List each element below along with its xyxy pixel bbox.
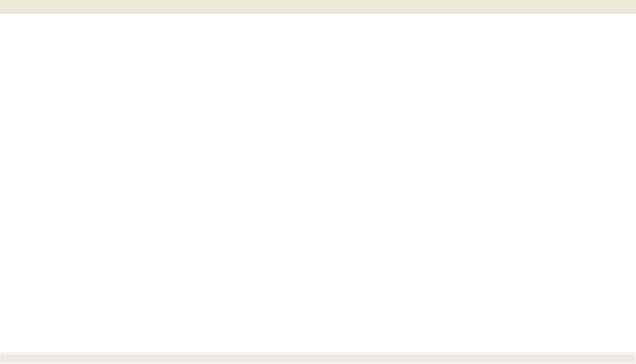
statusbar-strip xyxy=(0,352,636,364)
plot-canvas[interactable] xyxy=(0,15,636,352)
gnuplot-window xyxy=(0,0,636,364)
status-bar xyxy=(1,355,635,363)
toolbar xyxy=(0,0,636,14)
plots-svg xyxy=(0,15,636,352)
